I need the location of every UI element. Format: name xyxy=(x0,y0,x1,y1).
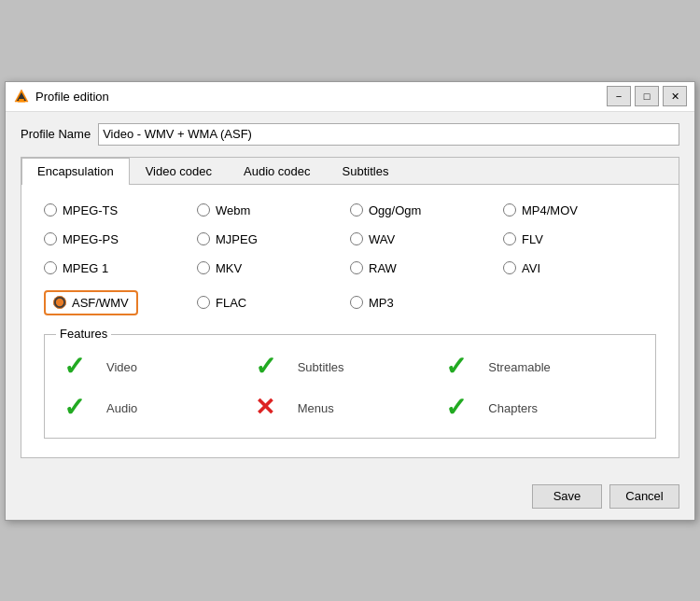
radio-label-wav: WAV xyxy=(369,232,395,246)
radio-label-avi: AVI xyxy=(522,261,540,275)
radio-raw[interactable]: RAW xyxy=(350,261,503,275)
features-section: Features Video Subtitles xyxy=(44,334,656,439)
radio-mjpeg[interactable]: MJPEG xyxy=(197,232,350,246)
empty-cell xyxy=(503,290,656,315)
feature-menus-label: Menus xyxy=(298,401,334,415)
radio-label-flv: FLV xyxy=(522,232,543,246)
radio-label-asf-wmv: ASF/WMV xyxy=(72,296,129,310)
vlc-icon xyxy=(13,88,30,105)
tab-subtitles[interactable]: Subtitles xyxy=(327,158,405,185)
feature-subtitles-label: Subtitles xyxy=(298,360,344,374)
feature-video-label: Video xyxy=(106,360,137,374)
check-video-icon xyxy=(63,354,97,382)
radio-label-mpeg-ps: MPEG-PS xyxy=(63,232,119,246)
encapsulation-options-grid: MPEG-TS Webm Ogg/Ogm MP4/MOV xyxy=(44,203,656,315)
dialog-window: Profile edition − □ ✕ Profile Name Encap… xyxy=(5,81,695,521)
radio-flac[interactable]: FLAC xyxy=(197,290,350,315)
check-audio-icon xyxy=(63,395,97,423)
feature-streamable: Streamable xyxy=(445,354,637,382)
feature-audio: Audio xyxy=(63,395,255,423)
svg-rect-3 xyxy=(18,101,25,103)
dialog-buttons: Save Cancel xyxy=(6,473,694,520)
minimize-button[interactable]: − xyxy=(607,86,631,106)
feature-menus: Menus xyxy=(255,395,446,423)
radio-wav[interactable]: WAV xyxy=(350,232,503,246)
check-subtitles-icon xyxy=(255,354,288,382)
radio-mp4[interactable]: MP4/MOV xyxy=(503,203,656,217)
radio-flv[interactable]: FLV xyxy=(503,232,656,246)
feature-streamable-label: Streamable xyxy=(488,360,550,374)
radio-mpeg1[interactable]: MPEG 1 xyxy=(44,261,197,275)
radio-label-mpeg1: MPEG 1 xyxy=(63,261,108,275)
radio-label-mp3: MP3 xyxy=(369,296,394,310)
radio-mpeg-ts[interactable]: MPEG-TS xyxy=(44,203,197,217)
profile-name-label: Profile Name xyxy=(21,127,91,141)
check-chapters-icon xyxy=(445,395,479,423)
radio-mp3[interactable]: MP3 xyxy=(350,290,503,315)
tab-video-codec[interactable]: Video codec xyxy=(130,158,228,185)
radio-avi[interactable]: AVI xyxy=(503,261,656,275)
radio-label-ogg: Ogg/Ogm xyxy=(369,203,421,217)
tab-container: Encapsulation Video codec Audio codec Su… xyxy=(21,157,679,458)
radio-label-mjpeg: MJPEG xyxy=(216,232,258,246)
tab-encapsulation[interactable]: Encapsulation xyxy=(21,158,130,185)
svg-rect-2 xyxy=(19,99,24,101)
profile-name-row: Profile Name xyxy=(21,123,679,146)
maximize-button[interactable]: □ xyxy=(635,86,659,106)
check-streamable-icon xyxy=(445,354,479,382)
radio-asf-wmv[interactable]: ASF/WMV xyxy=(44,290,138,315)
feature-chapters-label: Chapters xyxy=(488,401,538,415)
radio-mkv[interactable]: MKV xyxy=(197,261,350,275)
cancel-button[interactable]: Cancel xyxy=(609,484,679,509)
feature-chapters: Chapters xyxy=(445,395,637,423)
radio-label-mkv: MKV xyxy=(216,261,242,275)
check-menus-icon xyxy=(255,395,288,423)
window-controls: − □ ✕ xyxy=(607,86,687,106)
radio-label-mp4: MP4/MOV xyxy=(522,203,578,217)
window-title: Profile edition xyxy=(35,90,607,104)
radio-label-mpeg-ts: MPEG-TS xyxy=(63,203,118,217)
feature-video: Video xyxy=(63,354,255,382)
tab-audio-codec[interactable]: Audio codec xyxy=(228,158,327,185)
tab-content-encapsulation: MPEG-TS Webm Ogg/Ogm MP4/MOV xyxy=(21,185,679,457)
radio-label-webm: Webm xyxy=(216,203,250,217)
feature-audio-label: Audio xyxy=(106,401,137,415)
title-bar: Profile edition − □ ✕ xyxy=(6,82,694,112)
radio-ogg[interactable]: Ogg/Ogm xyxy=(350,203,503,217)
features-label: Features xyxy=(56,327,111,341)
save-button[interactable]: Save xyxy=(532,484,602,509)
features-grid: Video Subtitles Streamable xyxy=(63,354,637,423)
profile-name-input[interactable] xyxy=(98,123,679,146)
tabs-bar: Encapsulation Video codec Audio codec Su… xyxy=(21,158,679,185)
dialog-content: Profile Name Encapsulation Video codec A… xyxy=(6,112,694,473)
radio-mpeg-ps[interactable]: MPEG-PS xyxy=(44,232,197,246)
radio-webm[interactable]: Webm xyxy=(197,203,350,217)
radio-label-flac: FLAC xyxy=(216,296,246,310)
close-button[interactable]: ✕ xyxy=(663,86,687,106)
feature-subtitles: Subtitles xyxy=(255,354,446,382)
radio-label-raw: RAW xyxy=(369,261,397,275)
